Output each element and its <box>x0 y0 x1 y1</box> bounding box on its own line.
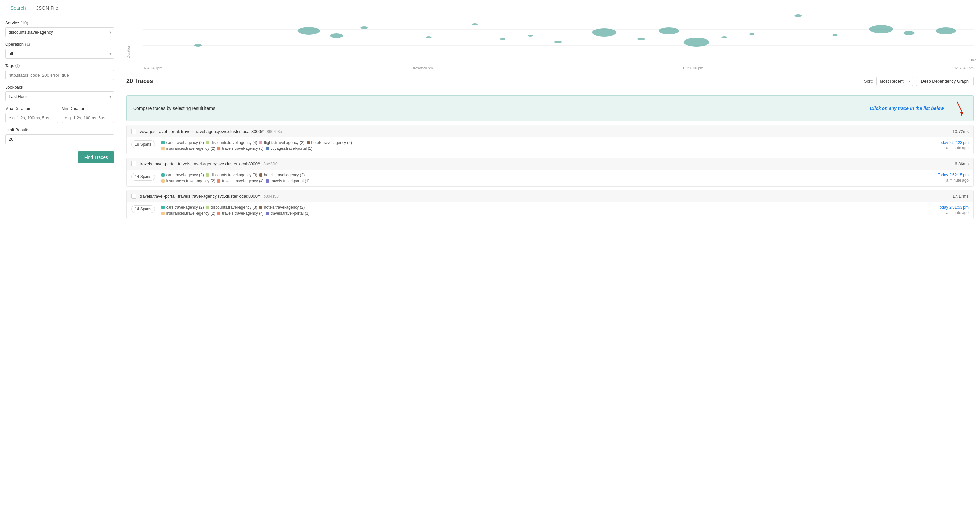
svg-point-10 <box>472 23 478 25</box>
service-name: travels.travel-agency (4) <box>222 179 264 183</box>
service-tag: discounts.travel-agency (3) <box>206 173 257 177</box>
find-traces-button[interactable]: Find Traces <box>78 151 115 163</box>
sort-select[interactable]: Most Recent <box>876 77 913 86</box>
trace-checkbox[interactable] <box>131 129 137 134</box>
trace-id: 8907b3e <box>267 129 282 134</box>
operation-select[interactable]: all <box>5 49 115 59</box>
trace-item-1[interactable]: travels.travel-portal: travels.travel-ag… <box>126 158 974 187</box>
sidebar-tabs: Search JSON File <box>0 0 119 15</box>
x-tick-1: 02:46:40 pm <box>143 66 162 70</box>
trace-body: 18 Spans cars.travel-agency (2) discount… <box>127 137 973 154</box>
service-dot <box>259 206 262 209</box>
service-tag: insurances.travel-agency (2) <box>161 211 215 215</box>
service-dot <box>161 179 165 182</box>
service-dot <box>266 212 269 215</box>
service-select[interactable]: discounts.travel-agency <box>5 27 115 37</box>
duration-row: Max Duration Min Duration <box>5 106 115 123</box>
dep-graph-button[interactable]: Deep Dependency Graph <box>916 77 974 86</box>
tags-label: Tags ? <box>5 63 115 68</box>
svg-point-24 <box>935 27 956 34</box>
svg-point-17 <box>684 38 710 47</box>
service-name: travels.travel-agency (5) <box>222 146 264 151</box>
trace-list: voyages.travel-portal: travels.travel-ag… <box>120 125 980 226</box>
service-dot <box>206 206 209 209</box>
chart-y-label: Duration <box>126 6 130 58</box>
trace-spans-badge: 18 Spans <box>131 140 155 148</box>
trace-time-ago: a minute ago <box>938 145 969 150</box>
operation-select-wrapper: all <box>5 49 115 59</box>
traces-header: 20 Traces Sort: Most Recent Deep Depende… <box>120 71 980 91</box>
service-dot <box>217 179 220 182</box>
trace-item-2[interactable]: travels.travel-portal: travels.travel-ag… <box>126 190 974 219</box>
svg-point-11 <box>500 38 506 40</box>
traces-count: 20 Traces <box>126 78 153 85</box>
service-tag: voyages.travel-portal (1) <box>266 146 312 151</box>
service-name: travels.travel-agency (4) <box>222 211 264 215</box>
service-dot <box>217 147 220 150</box>
service-name: discounts.travel-agency (4) <box>211 140 257 145</box>
tags-help-icon[interactable]: ? <box>15 64 20 68</box>
trace-time: Today 2:52:15 pm a minute ago <box>938 173 969 182</box>
service-tag: hotels.travel-agency (2) <box>259 173 305 177</box>
trace-time-value: 2:51:53 pm <box>949 205 969 210</box>
trace-header[interactable]: voyages.travel-portal: travels.travel-ag… <box>127 126 973 137</box>
trace-time-ago: a minute ago <box>938 210 969 215</box>
trace-time: Today 2:51:53 pm a minute ago <box>938 205 969 215</box>
service-tag: flights.travel-agency (2) <box>259 140 305 145</box>
trace-body: 14 Spans cars.travel-agency (2) discount… <box>127 169 973 187</box>
svg-point-20 <box>794 14 802 17</box>
sort-area: Sort: Most Recent Deep Dependency Graph <box>864 77 974 86</box>
trace-id: 3ae23f0 <box>264 162 277 166</box>
service-dot <box>259 174 262 177</box>
trace-duration: 17.17ms <box>953 194 969 199</box>
trace-item-0[interactable]: voyages.travel-portal: travels.travel-ag… <box>126 125 974 154</box>
svg-point-14 <box>592 28 616 37</box>
service-name: insurances.travel-agency (2) <box>166 211 215 215</box>
trace-checkbox[interactable] <box>131 161 137 166</box>
min-duration-label: Min Duration <box>62 106 115 111</box>
trace-title: voyages.travel-portal: travels.travel-ag… <box>140 129 949 134</box>
trace-body: 14 Spans cars.travel-agency (2) discount… <box>127 202 973 219</box>
limit-results-input[interactable] <box>5 134 115 144</box>
trace-header[interactable]: travels.travel-portal: travels.travel-ag… <box>127 190 973 202</box>
compare-banner: Compare traces by selecting result items… <box>126 95 974 121</box>
limit-results-group: Limit Results <box>5 128 115 144</box>
service-label: Service (10) <box>5 21 115 25</box>
lookback-select[interactable]: Last Hour <box>5 91 115 102</box>
service-tag: travels.travel-portal (1) <box>266 179 310 183</box>
svg-point-6 <box>298 27 320 35</box>
tags-input[interactable] <box>5 70 115 80</box>
service-tag: discounts.travel-agency (4) <box>206 140 257 145</box>
trace-services-row1: cars.travel-agency (2) discounts.travel-… <box>161 173 931 177</box>
trace-header[interactable]: travels.travel-portal: travels.travel-ag… <box>127 158 973 169</box>
trace-services: cars.travel-agency (2) discounts.travel-… <box>161 205 931 215</box>
tab-search[interactable]: Search <box>5 0 31 15</box>
max-duration-label: Max Duration <box>5 106 58 111</box>
arrow-hint-svg <box>947 100 967 116</box>
max-duration-input[interactable] <box>5 113 58 123</box>
service-dot <box>307 141 310 144</box>
lookback-group: Lookback Last Hour <box>5 85 115 102</box>
service-dot <box>206 141 209 144</box>
service-dot <box>266 179 269 182</box>
svg-point-8 <box>360 26 368 29</box>
service-name: cars.travel-agency (2) <box>166 173 204 177</box>
sort-label: Sort: <box>864 79 873 84</box>
service-tag: cars.travel-agency (2) <box>161 140 204 145</box>
service-tag: travels.travel-portal (1) <box>266 211 310 215</box>
service-name: hotels.travel-agency (2) <box>264 205 305 210</box>
svg-point-12 <box>528 35 533 37</box>
svg-point-18 <box>721 36 727 38</box>
trace-checkbox[interactable] <box>131 193 137 199</box>
min-duration-input[interactable] <box>62 113 115 123</box>
tab-json-file[interactable]: JSON File <box>31 0 64 15</box>
service-name: discounts.travel-agency (3) <box>211 173 257 177</box>
trace-services-row1: cars.travel-agency (2) discounts.travel-… <box>161 205 931 210</box>
chart-svg-wrapper: 15ms 10ms <box>143 6 974 65</box>
sort-select-wrapper: Most Recent <box>876 77 913 86</box>
service-name: travels.travel-portal (1) <box>270 211 310 215</box>
main-content: Duration 15ms 10ms <box>120 0 980 531</box>
trace-title: travels.travel-portal: travels.travel-ag… <box>140 194 949 199</box>
trace-id: b804158 <box>264 194 279 199</box>
service-select-wrapper: discounts.travel-agency <box>5 27 115 37</box>
